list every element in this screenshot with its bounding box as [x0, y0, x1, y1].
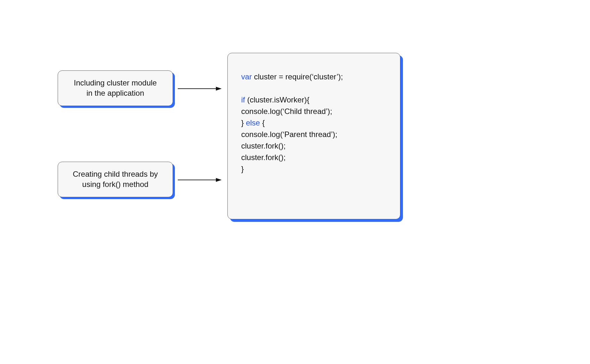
code-text: } [241, 118, 246, 127]
label-text-line2: using fork() method [82, 180, 149, 189]
code-text: (cluster.isWorker){ [245, 95, 309, 104]
label-include-module: Including cluster module in the applicat… [58, 70, 173, 106]
code-text: { [260, 118, 265, 127]
code-text: console.log(‘Parent thread’); [241, 130, 337, 139]
keyword-var: var [241, 72, 252, 81]
keyword-if: if [241, 95, 245, 104]
code-text: } [241, 165, 244, 173]
keyword-else: else [246, 118, 260, 127]
code-text: console.log(‘Child thread’); [241, 107, 332, 116]
diagram-root: Including cluster module in the applicat… [48, 53, 400, 251]
arrow-icon [176, 176, 224, 186]
code-text: cluster.fork(); [241, 153, 286, 162]
label-text-line1: Including cluster module [74, 78, 157, 87]
label-text-line2: in the application [86, 89, 144, 97]
code-text: cluster.fork(); [241, 142, 286, 150]
code-text: cluster = require(‘cluster’); [252, 72, 343, 81]
label-create-threads: Creating child threads by using fork() m… [58, 162, 173, 197]
arrow-icon [176, 85, 224, 94]
code-content: var cluster = require(‘cluster’); if (cl… [241, 71, 387, 175]
code-snippet: var cluster = require(‘cluster’); if (cl… [227, 53, 400, 219]
label-text-line1: Creating child threads by [73, 170, 158, 178]
